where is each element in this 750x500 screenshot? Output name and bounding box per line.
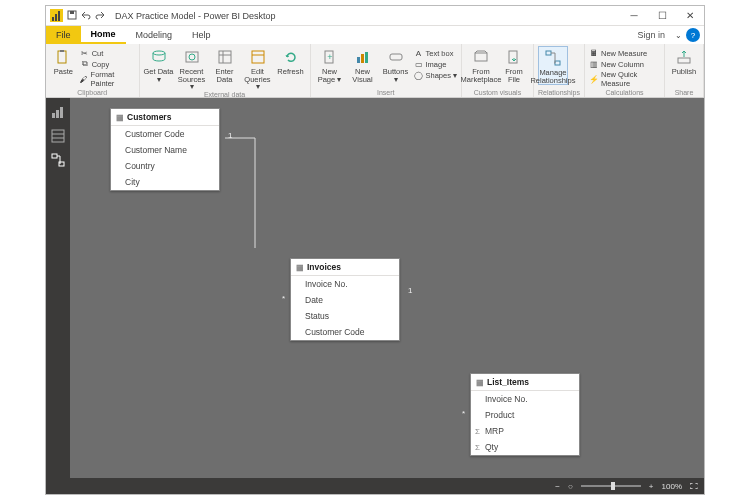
svg-rect-24 <box>555 61 560 65</box>
fit-to-page-icon[interactable]: ⛶ <box>690 482 698 491</box>
field[interactable]: City <box>111 174 219 190</box>
report-view-icon[interactable] <box>50 104 66 120</box>
powerbi-logo-icon <box>50 9 63 22</box>
svg-rect-6 <box>60 50 64 52</box>
manage-relationships-button[interactable]: Manage Relationships <box>538 46 568 85</box>
format-painter-button[interactable]: 🖌Format Painter <box>80 70 135 88</box>
table-icon: ▦ <box>296 263 304 272</box>
tab-modeling[interactable]: Modeling <box>126 26 183 44</box>
field[interactable]: Date <box>291 292 399 308</box>
redo-icon[interactable] <box>95 10 105 22</box>
field-sigma[interactable]: MRP <box>471 423 579 439</box>
svg-rect-19 <box>365 52 368 63</box>
from-marketplace-button[interactable]: From Marketplace <box>466 46 496 83</box>
ribbon-group-custom-visuals: From Marketplace From File Custom visual… <box>462 44 534 97</box>
tab-file[interactable]: File <box>46 26 81 44</box>
image-button[interactable]: ▭Image <box>414 59 457 69</box>
view-switcher <box>46 98 70 478</box>
sign-in-link[interactable]: Sign in <box>631 30 671 40</box>
field[interactable]: Customer Name <box>111 142 219 158</box>
chevron-down-icon[interactable]: ⌄ <box>671 31 686 40</box>
field[interactable]: Invoice No. <box>471 391 579 407</box>
ribbon-tabs: File Home Modeling Help Sign in ⌄ ? <box>46 26 704 44</box>
zoom-out-button[interactable]: − <box>555 482 560 491</box>
table-customers[interactable]: ▦Customers Customer Code Customer Name C… <box>110 108 220 191</box>
maximize-button[interactable]: ☐ <box>648 6 676 26</box>
text-box-button[interactable]: AText box <box>414 48 457 58</box>
svg-point-7 <box>153 51 165 55</box>
save-icon[interactable] <box>67 10 77 22</box>
svg-rect-20 <box>390 54 402 60</box>
recent-sources-button[interactable]: Recent Sources ▾ <box>177 46 207 91</box>
table-invoices[interactable]: ▦Invoices Invoice No. Date Status Custom… <box>290 258 400 341</box>
svg-text:+: + <box>327 52 332 62</box>
minimize-button[interactable]: ─ <box>620 6 648 26</box>
svg-rect-2 <box>58 11 60 21</box>
new-visual-button[interactable]: New Visual <box>348 46 378 83</box>
zoom-in-button[interactable]: + <box>649 482 654 491</box>
svg-rect-23 <box>546 51 551 55</box>
publish-button[interactable]: Publish <box>669 46 699 76</box>
new-column-button[interactable]: ▥New Column <box>589 59 660 69</box>
window-title: DAX Practice Model - Power BI Desktop <box>109 11 620 21</box>
svg-rect-0 <box>52 17 54 21</box>
field[interactable]: Country <box>111 158 219 174</box>
refresh-button[interactable]: Refresh <box>276 46 306 76</box>
cardinality-one: 1 <box>408 286 412 295</box>
cardinality-many: * <box>282 294 285 303</box>
undo-icon[interactable] <box>81 10 91 22</box>
paste-button[interactable]: Paste <box>50 46 77 76</box>
svg-rect-25 <box>678 58 690 63</box>
from-file-button[interactable]: From File <box>499 46 529 83</box>
ribbon: Paste ✂Cut ⧉Copy 🖌Format Painter Clipboa… <box>46 44 704 98</box>
new-measure-button[interactable]: 🖩New Measure <box>589 48 660 58</box>
cardinality-many: * <box>462 409 465 418</box>
copy-button[interactable]: ⧉Copy <box>80 59 135 69</box>
svg-rect-17 <box>357 57 360 63</box>
zoom-mid-button[interactable]: ○ <box>568 482 573 491</box>
buttons-button[interactable]: Buttons ▾ <box>381 46 411 83</box>
table-icon: ▦ <box>476 378 484 387</box>
svg-point-9 <box>189 54 195 60</box>
svg-rect-22 <box>509 51 517 63</box>
ribbon-group-relationships: Manage Relationships Relationships <box>534 44 585 97</box>
new-page-button[interactable]: +New Page ▾ <box>315 46 345 83</box>
field[interactable]: Customer Code <box>291 324 399 340</box>
svg-rect-32 <box>52 154 57 158</box>
model-view-icon[interactable] <box>50 152 66 168</box>
help-icon[interactable]: ? <box>686 28 700 42</box>
close-button[interactable]: ✕ <box>676 6 704 26</box>
main-area: 1 * 1 * ▦Customers Customer Code Custome… <box>46 98 704 478</box>
status-bar: − ○ + 100% ⛶ <box>46 478 704 494</box>
svg-rect-5 <box>58 51 66 63</box>
table-list-items[interactable]: ▦List_Items Invoice No. Product MRP Qty <box>470 373 580 456</box>
data-view-icon[interactable] <box>50 128 66 144</box>
cardinality-one: 1 <box>228 131 232 140</box>
ribbon-group-clipboard: Paste ✂Cut ⧉Copy 🖌Format Painter Clipboa… <box>46 44 140 97</box>
field[interactable]: Product <box>471 407 579 423</box>
svg-rect-28 <box>60 107 63 118</box>
get-data-button[interactable]: Get Data ▾ <box>144 46 174 83</box>
ribbon-group-insert: +New Page ▾ New Visual Buttons ▾ AText b… <box>311 44 462 97</box>
title-bar: DAX Practice Model - Power BI Desktop ─ … <box>46 6 704 26</box>
tab-help[interactable]: Help <box>182 26 221 44</box>
ribbon-group-share: Publish Share <box>665 44 704 97</box>
svg-rect-26 <box>52 113 55 118</box>
ribbon-group-external-data: Get Data ▾ Recent Sources ▾ Enter Data E… <box>140 44 311 97</box>
svg-rect-1 <box>55 14 57 21</box>
shapes-button[interactable]: ◯Shapes ▾ <box>414 70 457 80</box>
svg-rect-21 <box>475 53 487 61</box>
cut-button[interactable]: ✂Cut <box>80 48 135 58</box>
new-quick-measure-button[interactable]: ⚡New Quick Measure <box>589 70 660 88</box>
field[interactable]: Customer Code <box>111 126 219 142</box>
svg-rect-29 <box>52 130 64 142</box>
model-canvas[interactable]: 1 * 1 * ▦Customers Customer Code Custome… <box>70 98 704 478</box>
tab-home[interactable]: Home <box>81 26 126 44</box>
enter-data-button[interactable]: Enter Data <box>210 46 240 83</box>
field[interactable]: Status <box>291 308 399 324</box>
zoom-slider[interactable] <box>581 485 641 487</box>
edit-queries-button[interactable]: Edit Queries ▾ <box>243 46 273 91</box>
field-sigma[interactable]: Qty <box>471 439 579 455</box>
field[interactable]: Invoice No. <box>291 276 399 292</box>
app-window: DAX Practice Model - Power BI Desktop ─ … <box>45 5 705 495</box>
